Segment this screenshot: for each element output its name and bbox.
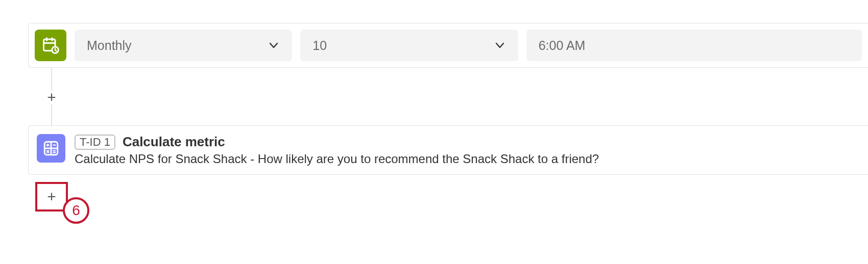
add-step-container: + 6: [35, 182, 70, 212]
chevron-down-icon: [268, 39, 280, 51]
calculator-icon: [37, 134, 65, 163]
frequency-select[interactable]: Monthly: [75, 30, 292, 61]
task-description: Calculate NPS for Snack Shack - How like…: [75, 152, 599, 166]
callout-badge: 6: [63, 197, 89, 224]
day-select[interactable]: 10: [300, 30, 518, 61]
schedule-trigger-card[interactable]: Monthly 10 6:00 AM: [28, 23, 868, 68]
add-step-button-mid[interactable]: +: [45, 91, 58, 104]
time-value: 6:00 AM: [539, 38, 586, 53]
task-card[interactable]: T-ID 1 Calculate metric Calculate NPS fo…: [28, 125, 868, 175]
day-value: 10: [312, 38, 327, 53]
plus-icon: +: [47, 189, 56, 204]
task-header: T-ID 1 Calculate metric: [75, 134, 599, 150]
workflow-canvas: Monthly 10 6:00 AM +: [0, 0, 868, 212]
chevron-down-icon: [494, 39, 506, 51]
flow-connector: [51, 104, 868, 125]
task-title: Calculate metric: [123, 134, 225, 150]
time-select[interactable]: 6:00 AM: [526, 30, 862, 61]
task-body: T-ID 1 Calculate metric Calculate NPS fo…: [75, 134, 599, 166]
task-id-badge: T-ID 1: [75, 135, 115, 150]
flow-connector: [51, 68, 868, 91]
frequency-value: Monthly: [87, 38, 132, 53]
calendar-schedule-icon: [35, 30, 66, 61]
